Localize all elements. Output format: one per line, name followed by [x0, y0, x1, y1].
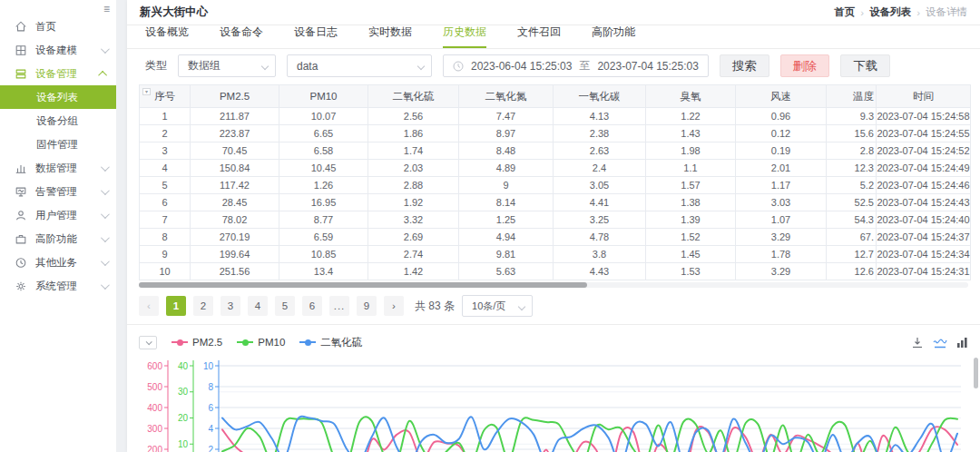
cell-时间: 2023-07-04 15:24:49 [877, 160, 971, 177]
table-row[interactable]: 9199.6410.852.749.813.81.451.7812.72023-… [140, 246, 971, 263]
breadcrumb-item[interactable]: 设备列表 [869, 5, 911, 19]
sidebar-item-设备建模[interactable]: 设备建模 [0, 38, 116, 62]
chevron-down-icon [101, 186, 110, 195]
table-row[interactable]: 2223.876.651.868.972.381.430.1215.62023-… [140, 125, 971, 142]
tab-bar: 设备概览设备命令设备日志实时数据历史数据文件召回高阶功能 [127, 25, 980, 49]
cell-序号: 4 [140, 160, 191, 177]
tab-设备概览[interactable]: 设备概览 [145, 25, 189, 48]
sidebar-collapse-icon[interactable]: ≡ [103, 3, 110, 15]
sidebar-subitem-设备分组[interactable]: 设备分组 [0, 109, 116, 133]
prev-page-button[interactable]: ‹ [139, 296, 159, 316]
date-range-input[interactable]: 2023-06-04 15:25:03 至 2023-07-04 15:25:0… [443, 54, 709, 77]
tab-高阶功能[interactable]: 高阶功能 [592, 25, 635, 48]
page-size-value: 10条/页 [472, 300, 505, 313]
data-group-select[interactable]: 数据组 [178, 54, 276, 77]
sidebar-item-其他业务[interactable]: 其他业务 [0, 251, 116, 274]
sidebar-item-用户管理[interactable]: 用户管理 [0, 203, 116, 227]
table-row[interactable]: 4150.8410.452.034.892.41.12.0112.32023-0… [140, 160, 971, 177]
cell-一氧化碳: 4.43 [554, 263, 646, 280]
search-button[interactable]: 搜索 [720, 54, 769, 77]
page-button-3[interactable]: 3 [220, 296, 240, 316]
page-button-4[interactable]: 4 [248, 296, 268, 316]
table-row[interactable]: 5117.421.262.8893.051.571.175.22023-07-0… [140, 177, 971, 194]
page-size-select[interactable]: 10条/页 [462, 295, 533, 317]
table-row[interactable]: 370.456.581.748.482.631.980.192.82023-07… [140, 142, 971, 160]
sidebar-item-数据管理[interactable]: 数据管理 [0, 156, 116, 180]
legend-item-二氧化硫[interactable]: 二氧化硫 [299, 336, 362, 349]
table-row[interactable]: 628.4516.951.928.144.411.383.0352.52023-… [140, 194, 971, 211]
page-button-6[interactable]: 6 [302, 296, 322, 316]
sidebar-item-label: 高阶功能 [35, 232, 101, 246]
property-select[interactable]: data [287, 54, 432, 77]
cell-臭氧: 1.38 [646, 194, 736, 211]
page-button-2[interactable]: 2 [193, 296, 213, 316]
cell-风速: 3.29 [736, 229, 827, 246]
breadcrumb: 首页›设备列表›设备详情 [834, 5, 967, 19]
column-header-PM10: PM10 [279, 85, 368, 108]
scrollbar-thumb[interactable] [139, 282, 587, 288]
delete-button[interactable]: 删除 [780, 54, 830, 77]
column-header-臭氧: 臭氧 [646, 85, 736, 108]
bar-chart-toggle-icon[interactable] [956, 337, 968, 349]
table-row[interactable]: 1211.8710.072.567.474.131.220.969.32023-… [140, 108, 971, 125]
data-icon [15, 162, 27, 175]
page-button-1[interactable]: 1 [166, 296, 186, 316]
tab-设备日志[interactable]: 设备日志 [294, 25, 338, 48]
cell-PM2.5: 28.45 [191, 194, 279, 211]
sidebar-item-系统管理[interactable]: 系统管理 [0, 274, 116, 298]
y-axis-tick-PM10: 30 [178, 387, 189, 397]
sidebar-item-首页[interactable]: 首页 [0, 15, 116, 38]
top-bar: 新兴大街中心 首页›设备列表›设备详情 [127, 0, 980, 25]
cell-时间: 2023-07-04 15:24:58 [877, 108, 971, 125]
cell-臭氧: 1.39 [646, 211, 736, 229]
table-settings-icon[interactable]: ▾ [142, 88, 151, 95]
sidebar-item-设备管理[interactable]: 设备管理 [0, 62, 116, 85]
cell-二氧化硫: 2.74 [368, 246, 459, 263]
legend-dropdown-button[interactable] [139, 336, 157, 349]
cell-时间: 2023-07-04 15:24:31 [877, 263, 971, 280]
cell-温度: 2.8 [827, 142, 877, 160]
sidebar-item-label: 其他业务 [35, 256, 101, 270]
y-axis-tick-PM10: 20 [178, 413, 189, 423]
page-button-5[interactable]: 5 [275, 296, 295, 316]
sidebar-item-高阶功能[interactable]: 高阶功能 [0, 227, 116, 251]
cell-PM10: 10.07 [279, 108, 368, 125]
cell-二氧化氮: 8.97 [459, 125, 554, 142]
sidebar-subitem-设备列表[interactable]: 设备列表 [0, 85, 116, 109]
device-icon [15, 67, 27, 81]
cell-一氧化碳: 3.25 [554, 211, 646, 229]
model-icon [15, 44, 27, 57]
chevron-down-icon [101, 233, 110, 242]
y-axis-tick-PM2.5: 400 [147, 403, 162, 413]
legend-item-PM2.5[interactable]: PM2.5 [172, 336, 222, 349]
cell-序号: 10 [140, 263, 191, 280]
history-line-chart[interactable]: 60050040030020040302010108642 [139, 353, 966, 452]
download-button[interactable]: 下载 [840, 54, 890, 77]
page-vertical-scrollbar[interactable] [974, 358, 978, 388]
tab-文件召回[interactable]: 文件召回 [517, 25, 561, 48]
table-row[interactable]: 8270.196.592.694.944.781.523.2967.2023-0… [140, 229, 971, 246]
table-row[interactable]: 778.028.773.321.253.251.391.0754.32023-0… [140, 211, 971, 229]
breadcrumb-separator: › [916, 7, 920, 18]
cell-PM10: 8.77 [279, 211, 368, 229]
line-chart-toggle-icon[interactable] [933, 337, 947, 349]
table-horizontal-scrollbar[interactable] [139, 282, 968, 288]
cell-一氧化碳: 2.63 [554, 142, 646, 160]
tab-实时数据[interactable]: 实时数据 [368, 25, 412, 48]
tab-设备命令[interactable]: 设备命令 [220, 25, 263, 48]
save-image-icon[interactable] [911, 337, 924, 349]
chevron-down-icon [101, 162, 110, 172]
sidebar-item-告警管理[interactable]: 告警管理 [0, 180, 116, 203]
cell-时间: 2023-07-04 15:24:37 [877, 229, 971, 246]
tab-历史数据[interactable]: 历史数据 [443, 25, 486, 48]
column-header-一氧化碳: 一氧化碳 [554, 85, 646, 108]
legend-item-PM10[interactable]: PM10 [237, 336, 285, 349]
next-page-button[interactable]: › [384, 296, 404, 316]
clock-icon [453, 61, 464, 72]
sidebar-subitem-固件管理[interactable]: 固件管理 [0, 133, 116, 156]
table-row[interactable]: 10251.5613.41.425.634.431.533.2912.62023… [140, 263, 971, 280]
page-ellipsis[interactable]: ... [329, 296, 349, 316]
page-button-9[interactable]: 9 [357, 296, 377, 316]
breadcrumb-item[interactable]: 首页 [834, 5, 855, 19]
breadcrumb-item: 设备详情 [926, 5, 967, 19]
